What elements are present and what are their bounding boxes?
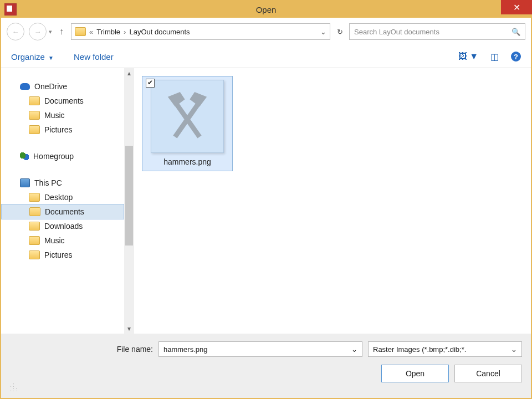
picture-icon: 🖼 (458, 52, 467, 62)
file-item-selected[interactable]: ✔ hammers.png (142, 76, 233, 171)
close-button[interactable]: ✕ (501, 0, 532, 14)
sidebar-scrollbar[interactable]: ▴ ▾ (124, 68, 134, 334)
tree-item[interactable]: Music (1, 233, 124, 248)
tree-item[interactable]: Desktop (1, 190, 124, 204)
file-checkbox[interactable]: ✔ (146, 79, 155, 88)
folder-icon (29, 193, 40, 202)
onedrive-icon (20, 83, 30, 90)
breadcrumb-prefix: « (89, 28, 93, 36)
homegroup-icon (20, 152, 29, 160)
arrow-left-icon: ← (12, 28, 19, 36)
view-menu[interactable]: 🖼 ▼ (458, 52, 478, 62)
arrow-up-icon: ↑ (59, 27, 64, 36)
command-bar: Organize ▼ New folder 🖼 ▼ ◫ ? (1, 45, 531, 68)
tree-item[interactable]: Pictures (1, 248, 124, 262)
forward-button[interactable]: → (29, 23, 47, 40)
scrollbar-thumb[interactable] (125, 146, 133, 245)
tree-item[interactable]: Downloads (1, 219, 124, 233)
file-name: hammers.png (163, 157, 211, 166)
filetype-filter[interactable]: Raster Images (*.bmp;*.dib;*. ⌄ (368, 341, 522, 357)
folder-icon (29, 96, 40, 105)
tree-item-onedrive[interactable]: OneDrive (1, 79, 124, 94)
pc-icon (20, 178, 30, 187)
titlebar: Open ✕ (1, 1, 531, 18)
scroll-up-icon: ▴ (124, 69, 134, 77)
preview-pane-button[interactable]: ◫ (490, 52, 499, 62)
history-dropdown[interactable]: ▾ (49, 28, 52, 35)
folder-icon (29, 236, 40, 245)
tree-item[interactable]: Pictures (1, 122, 124, 137)
address-bar[interactable]: « Trimble › LayOut documents ⌄ (71, 23, 330, 40)
scroll-down-icon: ▾ (124, 325, 134, 332)
dialog-footer: File name: hammers.png ⌄ Raster Images (… (1, 334, 531, 398)
open-dialog: Open ✕ ← → ▾ ↑ « Trimble › LayOut docume… (0, 0, 532, 399)
file-list[interactable]: ✔ hammers.png (134, 68, 531, 334)
chevron-right-icon: › (124, 28, 126, 36)
organize-menu[interactable]: Organize ▼ (11, 52, 54, 62)
breadcrumb-item[interactable]: LayOut documents (129, 28, 190, 36)
folder-icon (29, 207, 40, 216)
open-button[interactable]: Open (381, 365, 449, 382)
refresh-button[interactable]: ↻ (335, 28, 345, 36)
folder-icon (29, 125, 40, 134)
help-button[interactable]: ? (511, 52, 521, 62)
search-icon: 🔍 (511, 28, 520, 36)
filename-input[interactable]: hammers.png ⌄ (158, 341, 362, 357)
chevron-down-icon[interactable]: ⌄ (351, 345, 357, 354)
folder-icon (29, 250, 40, 259)
nav-tree: OneDrive Documents Music Pictures Homegr… (1, 68, 124, 334)
new-folder-button[interactable]: New folder (74, 52, 114, 62)
search-input[interactable]: Search LayOut documents 🔍 (349, 23, 525, 40)
back-button[interactable]: ← (7, 23, 24, 40)
up-button[interactable]: ↑ (57, 27, 66, 37)
tree-item-thispc[interactable]: This PC (1, 176, 124, 190)
folder-icon (75, 27, 86, 36)
tree-item-selected[interactable]: Documents (1, 204, 124, 219)
folder-icon (29, 111, 40, 120)
window-title: Open (1, 5, 531, 14)
nav-row: ← → ▾ ↑ « Trimble › LayOut documents ⌄ ↻… (1, 18, 531, 45)
tree-item-homegroup[interactable]: Homegroup (1, 149, 124, 163)
chevron-down-icon: ▼ (48, 55, 54, 61)
breadcrumb-item[interactable]: Trimble (96, 28, 120, 36)
chevron-down-icon: ⌄ (511, 345, 517, 354)
help-icon: ? (514, 53, 518, 61)
chevron-down-icon: ▼ (469, 52, 478, 62)
filter-text: Raster Images (*.bmp;*.dib;*. (373, 345, 466, 354)
tree-item[interactable]: Music (1, 108, 124, 122)
refresh-icon: ↻ (337, 28, 343, 36)
filename-label: File name: (117, 345, 153, 354)
hammers-icon (157, 86, 218, 147)
panel-icon: ◫ (490, 52, 499, 62)
search-placeholder: Search LayOut documents (354, 28, 439, 36)
cancel-button[interactable]: Cancel (454, 365, 522, 382)
address-dropdown[interactable]: ⌄ (320, 28, 326, 36)
folder-icon (29, 222, 40, 231)
tree-item[interactable]: Documents (1, 94, 124, 108)
resize-grip[interactable]: .:.:: (10, 382, 522, 391)
dialog-body: OneDrive Documents Music Pictures Homegr… (1, 68, 531, 334)
arrow-right-icon: → (34, 28, 42, 36)
file-thumbnail (151, 80, 224, 153)
filename-value: hammers.png (163, 345, 207, 354)
close-icon: ✕ (513, 2, 520, 13)
